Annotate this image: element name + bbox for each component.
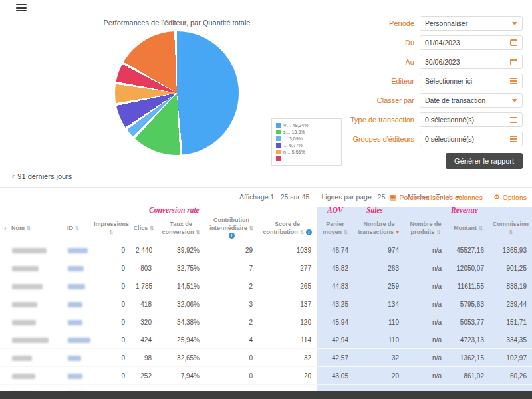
redacted-name [12, 374, 35, 379]
table-row[interactable]: 01 78514,51%226544,83259n/a11611,55838,1… [0, 277, 532, 295]
legend-label: V… 49,24% [283, 123, 308, 128]
table-row[interactable]: 080332,75%727745,82263n/a12050,07901,25 [0, 259, 532, 277]
bottom-bar [0, 391, 532, 399]
rows-per-page-select[interactable]: Lignes par page : 25 [321, 193, 394, 201]
back-link[interactable]: ‹91 derniers jours [12, 171, 72, 181]
annotation-aov: AOV [327, 206, 343, 214]
annotation-conversion-rate: Conversion rate [149, 206, 200, 214]
cell-nom [9, 259, 65, 277]
sort-icon: ⇅ [75, 225, 80, 231]
legend-swatch [276, 130, 281, 134]
cell-contribution_intermediaire: 0 [205, 367, 258, 385]
expand-all-icon[interactable]: › [0, 215, 9, 241]
redacted-id [68, 248, 88, 253]
customize-columns-link[interactable]: ▦ Personnaliser les colonnes [390, 193, 483, 201]
legend-label: … [283, 156, 288, 161]
column-header-commission[interactable]: Commission ⇅ [489, 215, 532, 241]
cell-nombre_transactions: 20 [354, 367, 404, 385]
cell-montant: 12050,07 [447, 259, 489, 277]
cell-nom [9, 277, 65, 295]
info-icon[interactable]: i [229, 233, 235, 239]
cell-montant: 45527,16 [447, 241, 489, 259]
redacted-id [68, 338, 90, 343]
cell-nom [9, 313, 65, 331]
gear-icon: ⚙ [493, 193, 500, 201]
cell-impressions: 0 [92, 241, 130, 259]
cell-nom [9, 241, 65, 259]
publisher-groups-field[interactable]: 0 sélectionné(s) [420, 132, 523, 146]
customize-columns-label: Personnaliser les colonnes [399, 194, 483, 201]
column-header-score_contribution[interactable]: Score de contribution ⇅ i [258, 215, 317, 241]
column-header-contribution_intermediaire[interactable]: Contribution intermédiaire ⇅ i [205, 215, 258, 241]
filter-value-period: Personnaliser [425, 19, 509, 27]
filter-rows: PériodePersonnaliserDu01/04/2023Au30/06/… [323, 16, 523, 146]
cell-clics: 320 [130, 313, 157, 331]
column-label-nom: Nom [11, 225, 25, 231]
table-row[interactable]: 02 44039,92%29103946,74974n/a45527,16136… [0, 241, 532, 259]
cell-commission: 1365,93 [489, 241, 532, 259]
redacted-id [68, 356, 81, 361]
filter-label-date-from: Du [405, 39, 414, 47]
date-from-field[interactable]: 01/04/2023 [420, 35, 523, 50]
filter-value-publisher: Sélectionner ici [425, 77, 507, 85]
column-header-nom[interactable]: Nom ⇅ [9, 215, 65, 241]
table-row[interactable]: 09832,65%03242,5732n/a1362,15102,97 [0, 349, 532, 367]
table-row[interactable]: 02527,94%02043,0520n/a861,0260,26 [0, 367, 532, 385]
redacted-name [12, 320, 36, 325]
column-label-score_contribution: Score de contribution [263, 221, 300, 235]
column-header-nombre_produits[interactable]: Nombre de produits ⇅ [404, 215, 447, 241]
results-table-section: Conversion rate AOV Sales Revenue › Nom … [0, 207, 532, 399]
cell-impressions: 0 [92, 349, 130, 367]
redacted-id [68, 284, 85, 289]
filter-row-sort-by: Classer parDate de transaction [323, 93, 523, 108]
column-header-taux_conversion[interactable]: Taux de conversion ⇅ [157, 215, 205, 241]
table-row[interactable]: 042425,94%411442,94110n/a4723,13334,35 [0, 331, 532, 349]
sort-icon: ⇅ [27, 225, 31, 231]
sort-icon: ⇅ [249, 225, 253, 231]
cell-clics: 1 785 [130, 277, 157, 295]
cell-expander [0, 331, 9, 349]
column-header-impressions[interactable]: Impressions ⇅ [92, 215, 130, 241]
options-link[interactable]: ⚙ Options [493, 193, 527, 201]
column-header-montant[interactable]: Montant ⇅ [447, 215, 489, 241]
table-row[interactable]: 032034,38%212045,94110n/a5053,77151,71 [0, 313, 532, 331]
cell-panier_moyen: 44,83 [317, 277, 354, 295]
legend-label: … 6,77% [283, 143, 303, 148]
cell-expander [0, 277, 9, 295]
cell-nombre_transactions: 32 [354, 349, 404, 367]
cell-taux_conversion: 25,94% [157, 331, 205, 349]
sort-icon: ⇅ [109, 229, 114, 235]
cell-score_contribution: 265 [258, 277, 317, 295]
redacted-name [12, 338, 49, 343]
cell-id [65, 259, 92, 277]
column-header-id[interactable]: ID ⇅ [65, 215, 92, 241]
cell-nombre_produits: n/a [404, 295, 447, 313]
transaction-type-field[interactable]: 0 sélectionné(s) [420, 112, 523, 127]
cell-nombre_transactions: 263 [354, 259, 404, 277]
publisher-field[interactable]: Sélectionner ici [420, 74, 523, 88]
period-field[interactable]: Personnaliser [420, 16, 523, 31]
info-icon[interactable]: i [306, 229, 312, 235]
toolbar: Affichage 1 - 25 sur 45 Lignes par page … [0, 188, 532, 207]
column-header-panier_moyen[interactable]: Panier moyen ⇅ [317, 215, 354, 241]
cell-impressions: 0 [92, 367, 130, 385]
column-label-panier_moyen: Panier moyen [323, 221, 344, 235]
date-to-field[interactable]: 30/06/2023 [420, 55, 523, 69]
options-label: Options [503, 194, 527, 201]
cell-expander [0, 241, 9, 259]
cell-commission: 151,71 [489, 313, 532, 331]
column-label-commission: Commission [493, 221, 529, 227]
cell-commission: 334,35 [489, 331, 532, 349]
column-header-nombre_transactions[interactable]: Nombre de transactions ▼ [354, 215, 404, 241]
column-header-clics[interactable]: Clics ⇅ [130, 215, 157, 241]
cell-score_contribution: 20 [258, 367, 317, 385]
filter-row-period: PériodePersonnaliser [323, 16, 523, 31]
cell-montant: 5795,63 [447, 295, 489, 313]
sort-by-field[interactable]: Date de transaction [420, 93, 523, 108]
generate-report-button[interactable]: Générer le rapport [446, 153, 523, 169]
cell-panier_moyen: 45,82 [317, 259, 354, 277]
redacted-name [12, 284, 43, 289]
cell-nom [9, 367, 65, 385]
cell-taux_conversion: 32,06% [157, 295, 205, 313]
table-row[interactable]: 041832,06%313743,25134n/a5795,63239,44 [0, 295, 532, 313]
